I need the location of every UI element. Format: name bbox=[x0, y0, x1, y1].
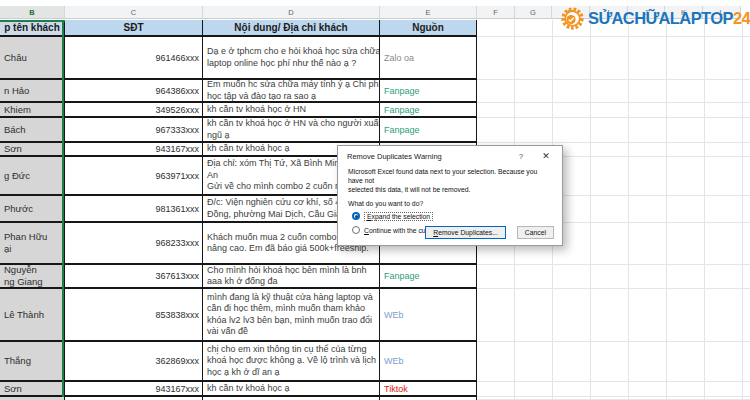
site-logo: SỬACHỮALAPTOP24h.com bbox=[560, 4, 750, 32]
cell-name[interactable]: Nguyễn ng Giang bbox=[0, 265, 65, 287]
dialog-question: What do you want to do? bbox=[348, 200, 552, 207]
cell-phone[interactable]: 967333xxx bbox=[65, 118, 203, 141]
cell-content[interactable]: mình đang là kỹ thuật cửa hàng laptop và… bbox=[203, 289, 380, 340]
cell-phone[interactable]: 943167xxx bbox=[65, 382, 203, 395]
cell-name[interactable]: n Hảo bbox=[0, 80, 65, 101]
remove-duplicates-button[interactable]: Remove Duplicates... bbox=[425, 226, 506, 239]
cell-phone[interactable]: 853838xxx bbox=[65, 289, 203, 340]
header-cell-source[interactable]: Nguồn bbox=[380, 20, 477, 35]
cell-name[interactable]: Thắng bbox=[0, 342, 65, 380]
remove-duplicates-dialog: Remove Duplicates Warning ? ✕ Microsoft … bbox=[337, 145, 563, 246]
dialog-title: Remove Duplicates Warning bbox=[347, 152, 514, 161]
cell-content[interactable]: Em muốn hc sửa chữa máy tính ý ạ Chi phí… bbox=[203, 80, 380, 101]
help-icon[interactable]: ? bbox=[514, 152, 528, 161]
cell-content[interactable]: kh cần tv khoá học ở HN và cho người xuấ… bbox=[203, 118, 380, 141]
column-header-F[interactable]: F bbox=[477, 6, 515, 19]
cell-source[interactable]: Fanpage bbox=[380, 103, 477, 116]
empty-cells[interactable] bbox=[477, 37, 750, 80]
cell-phone[interactable]: 349526xxx bbox=[65, 103, 203, 116]
empty-cells[interactable] bbox=[477, 382, 750, 397]
radio-off-icon[interactable] bbox=[352, 226, 360, 234]
table-row: Nguyễn ng Giang 367613xxx Cho mình hỏi k… bbox=[0, 265, 750, 289]
cell-source[interactable]: Fanpage bbox=[380, 80, 477, 101]
table-row: n Hảo 964386xxx Em muốn hc sửa chữa máy … bbox=[0, 80, 750, 103]
empty-cells[interactable] bbox=[477, 80, 750, 103]
cell-phone[interactable]: 981361xxx bbox=[65, 196, 203, 221]
cell-name[interactable]: g Đức bbox=[0, 157, 65, 194]
column-header-G[interactable]: G bbox=[515, 6, 552, 19]
cell-name[interactable]: Bách bbox=[0, 118, 65, 141]
column-header-E[interactable]: E bbox=[380, 6, 477, 19]
cell-name[interactable]: Sơn bbox=[0, 382, 65, 395]
selection-border-right[interactable] bbox=[62, 20, 64, 397]
dialog-message: Microsoft Excel found data next to your … bbox=[348, 167, 552, 194]
table-row: Lê Thành 853838xxx mình đang là kỹ thuật… bbox=[0, 289, 750, 342]
cell-name[interactable]: Phan Hữu ại bbox=[0, 223, 65, 263]
column-header-B[interactable]: B bbox=[0, 6, 65, 19]
cell-name[interactable]: Châu bbox=[0, 37, 65, 78]
radio-on-icon[interactable] bbox=[352, 212, 360, 220]
cell-name[interactable]: Sơn bbox=[0, 143, 65, 155]
close-icon[interactable]: ✕ bbox=[538, 151, 554, 161]
cell-phone[interactable]: 963971xxx bbox=[65, 157, 203, 194]
table-row: Châu 961466xxx Dạ e ở tphcm cho e hỏi kh… bbox=[0, 37, 750, 80]
cell-phone[interactable]: 943167xxx bbox=[65, 143, 203, 155]
empty-cells[interactable] bbox=[477, 289, 750, 342]
table-row: Bách 967333xxx kh cần tv khoá học ở HN v… bbox=[0, 118, 750, 143]
cell-content[interactable]: Dạ e ở tphcm cho e hỏi khoá học sửa chữa… bbox=[203, 37, 380, 78]
spreadsheet-window: B C D E F G H I J K L p tên khách SĐT Nộ… bbox=[0, 0, 750, 400]
cell-content[interactable]: chị cho em xin thông tin cụ thể của từng… bbox=[203, 342, 380, 380]
cell-phone[interactable]: 362869xxx bbox=[65, 342, 203, 380]
empty-cells[interactable] bbox=[477, 118, 750, 143]
header-cell-content[interactable]: Nội dung/ Địa chỉ khách bbox=[203, 20, 380, 35]
cell-source[interactable]: Tiktok bbox=[380, 382, 477, 395]
selection-border-top bbox=[0, 20, 65, 22]
cell-name[interactable]: Phước bbox=[0, 196, 65, 221]
radio-expand-label[interactable]: Expand the selection bbox=[364, 212, 433, 221]
header-cell-name[interactable]: p tên khách bbox=[0, 20, 65, 35]
cell-phone[interactable]: 968233xxx bbox=[65, 223, 203, 263]
empty-cells[interactable] bbox=[477, 103, 750, 118]
column-header-C[interactable]: C bbox=[65, 6, 203, 19]
header-cell-phone[interactable]: SĐT bbox=[65, 20, 203, 35]
radio-expand-selection[interactable]: Expand the selection bbox=[352, 211, 562, 221]
empty-cells[interactable] bbox=[477, 342, 750, 382]
cell-content[interactable]: kh cần tv khoá học ở HN bbox=[203, 103, 380, 116]
gear-icon bbox=[560, 6, 585, 31]
cell-source[interactable]: Fanpage bbox=[380, 265, 477, 287]
cell-name[interactable]: Lê Thành bbox=[0, 289, 65, 340]
column-header-D[interactable]: D bbox=[203, 6, 380, 19]
empty-cells[interactable] bbox=[477, 265, 750, 289]
cell-source[interactable]: WEb bbox=[380, 342, 477, 380]
cell-source[interactable]: WEb bbox=[380, 289, 477, 340]
cell-phone[interactable]: 961466xxx bbox=[65, 37, 203, 78]
cell-phone[interactable]: 964386xxx bbox=[65, 80, 203, 101]
site-logo-text: SỬACHỮALAPTOP24h.com bbox=[588, 9, 750, 28]
dialog-title-bar[interactable]: Remove Duplicates Warning ? ✕ bbox=[338, 146, 562, 164]
cell-content[interactable]: Cho mình hỏi khoá học bên mình là bnh aa… bbox=[203, 265, 380, 287]
table-row: Khiem 349526xxx kh cần tv khoá học ở HN … bbox=[0, 103, 750, 118]
cancel-button[interactable]: Cancel bbox=[517, 226, 554, 239]
cell-source[interactable]: Fanpage bbox=[380, 118, 477, 141]
table-row: Thắng 362869xxx chị cho em xin thông tin… bbox=[0, 342, 750, 382]
cell-phone[interactable]: 367613xxx bbox=[65, 265, 203, 287]
cell-name[interactable]: Khiem bbox=[0, 103, 65, 116]
table-row: Sơn 943167xxx kh cần tv khoá học ạ Tikto… bbox=[0, 382, 750, 397]
cell-content[interactable]: kh cần tv khoá học ạ bbox=[203, 382, 380, 395]
cell-source[interactable]: Zalo oa bbox=[380, 37, 477, 78]
